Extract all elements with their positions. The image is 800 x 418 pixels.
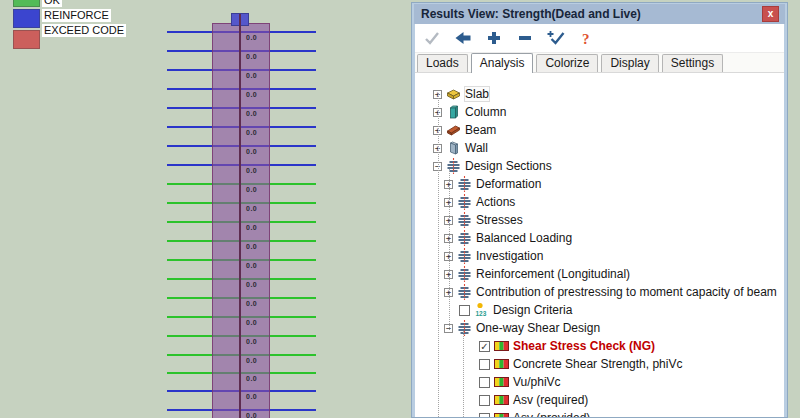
- floor-value: 0.0: [246, 110, 257, 117]
- slab-icon: [446, 86, 461, 102]
- confirm-check-icon[interactable]: [421, 29, 443, 47]
- tree-item-label: Deformation: [476, 177, 541, 191]
- tab-settings[interactable]: Settings: [662, 54, 723, 72]
- tree-item-asv-provided[interactable]: Asv (provided): [415, 409, 784, 417]
- results-view-panel: Results View: Strength(Dead and Live) x …: [411, 2, 788, 418]
- tree-item-label: Stresses: [476, 213, 523, 227]
- colorbar-icon: [494, 374, 509, 390]
- floor-value: 0.0: [246, 338, 257, 345]
- tree-connector: [463, 331, 464, 417]
- floor-value: 0.0: [246, 412, 257, 418]
- tree-item-label: Design Criteria: [493, 303, 572, 317]
- floor-value: 0.0: [246, 262, 257, 269]
- tree-item-label: Contribution of prestressing to moment c…: [476, 285, 777, 299]
- remove-icon[interactable]: [514, 29, 536, 47]
- tab-display[interactable]: Display: [601, 54, 658, 72]
- floor-value: 0.0: [246, 167, 257, 174]
- tree-item-label: Investigation: [476, 249, 543, 263]
- checkbox-unchecked[interactable]: [479, 413, 490, 418]
- tree-item-column[interactable]: +Column: [415, 103, 784, 121]
- legend-label: REINFORCE: [42, 9, 111, 22]
- colorbar-icon: [494, 356, 509, 372]
- tree-item-label: Design Sections: [465, 159, 552, 173]
- colorbar-icon: [494, 410, 509, 417]
- legend-swatch-exceed-code: [13, 30, 40, 49]
- design-section-icon: [457, 230, 472, 246]
- tab-analysis[interactable]: Analysis: [471, 53, 534, 73]
- panel-title: Results View: Strength(Dead and Live): [421, 7, 641, 21]
- floor-value: 0.0: [246, 148, 257, 155]
- tree-item-investigation[interactable]: +Investigation: [415, 247, 784, 265]
- tree-item-slab[interactable]: +Slab: [415, 85, 784, 103]
- tree-item-one-way-shear-design[interactable]: −One-way Shear Design: [415, 319, 784, 337]
- tree-item-asv-required[interactable]: Asv (required): [415, 391, 784, 409]
- colorbar-icon: [494, 392, 509, 408]
- tree-item-shear-stress-check-ng[interactable]: ✓Shear Stress Check (NG): [415, 337, 784, 355]
- design-section-icon: [457, 194, 472, 210]
- tree-item-design-criteria[interactable]: 123Design Criteria: [415, 301, 784, 319]
- legend-label: OK: [42, 0, 62, 7]
- panel-titlebar[interactable]: Results View: Strength(Dead and Live) x: [414, 4, 785, 24]
- tree-item-wall[interactable]: +Wall: [415, 139, 784, 157]
- checkbox-unchecked[interactable]: [479, 377, 490, 388]
- column-icon: [446, 104, 461, 120]
- checkbox-unchecked[interactable]: [479, 359, 490, 370]
- tree-item-reinforcement-longitudinal[interactable]: +Reinforcement (Longitudinal): [415, 265, 784, 283]
- tree-item-design-sections[interactable]: −Design Sections: [415, 157, 784, 175]
- tree-connector: [449, 169, 450, 330]
- design-section-icon: [457, 320, 472, 336]
- tree-item-actions[interactable]: +Actions: [415, 193, 784, 211]
- floor-value: 0.0: [246, 72, 257, 79]
- tree-item-concrete-shear-strength-phivc[interactable]: Concrete Shear Strength, phiVc: [415, 355, 784, 373]
- tree-item-label: Concrete Shear Strength, phiVc: [513, 357, 682, 371]
- tree-item-vu-phivc[interactable]: Vu/phiVc: [415, 373, 784, 391]
- floor-value: 0.0: [246, 357, 257, 364]
- design-section-icon: [457, 248, 472, 264]
- tree-item-label: Asv (required): [513, 393, 588, 407]
- svg-text:123: 123: [476, 310, 487, 317]
- design-section-icon: [457, 176, 472, 192]
- panel-tabs: LoadsAnalysisColorizeDisplaySettings: [415, 53, 784, 73]
- floor-value: 0.0: [246, 186, 257, 193]
- legend-label: EXCEED CODE: [42, 24, 126, 37]
- floor-value: 0.0: [246, 53, 257, 60]
- tree-item-label: Column: [465, 105, 506, 119]
- tree-item-label: Asv (provided): [513, 411, 590, 417]
- floor-value: 0.0: [246, 319, 257, 326]
- tree-item-beam[interactable]: +Beam: [415, 121, 784, 139]
- tree-item-label: Wall: [465, 141, 488, 155]
- tree-item-label: One-way Shear Design: [476, 321, 600, 335]
- floor-value: 0.0: [246, 34, 257, 41]
- panel-body: ? LoadsAnalysisColorizeDisplaySettings +…: [415, 24, 784, 417]
- close-icon[interactable]: x: [762, 6, 779, 22]
- back-arrow-icon[interactable]: [452, 29, 474, 47]
- floor-value: 0.0: [246, 300, 257, 307]
- tree-item-label: Slab: [465, 87, 489, 101]
- floor-value: 0.0: [246, 375, 257, 382]
- apply-check-icon[interactable]: [545, 29, 567, 47]
- floor-value: 0.0: [246, 393, 257, 400]
- results-tree: +Slab+Column+Beam+Wall−Design Sections+D…: [415, 73, 784, 417]
- tree-item-balanced-loading[interactable]: +Balanced Loading: [415, 229, 784, 247]
- legend-swatch-reinforce: [13, 9, 40, 28]
- tree-item-label: Actions: [476, 195, 515, 209]
- checkbox-unchecked[interactable]: [459, 305, 470, 316]
- checkbox-checked[interactable]: ✓: [479, 341, 490, 352]
- tree-item-stresses[interactable]: +Stresses: [415, 211, 784, 229]
- legend-swatch-ok: [13, 0, 40, 7]
- tree-item-label: Beam: [465, 123, 496, 137]
- tree-item-contribution-of-prestressing-to-moment-capacity-of-beam[interactable]: +Contribution of prestressing to moment …: [415, 283, 784, 301]
- floor-value: 0.0: [246, 129, 257, 136]
- beam-icon: [446, 122, 461, 138]
- floor-value: 0.0: [246, 281, 257, 288]
- add-icon[interactable]: [483, 29, 505, 47]
- checkbox-unchecked[interactable]: [479, 395, 490, 406]
- model-elevation-canvas: OKREINFORCEEXCEED CODE 0.00.00.00.00.00.…: [0, 0, 411, 418]
- colorbar-icon: [494, 338, 509, 354]
- tab-loads[interactable]: Loads: [417, 54, 468, 72]
- tab-colorize[interactable]: Colorize: [536, 54, 598, 72]
- column-centerline: [239, 14, 241, 418]
- panel-toolbar: ?: [415, 24, 784, 53]
- help-icon[interactable]: ?: [576, 29, 598, 47]
- tree-item-deformation[interactable]: +Deformation: [415, 175, 784, 193]
